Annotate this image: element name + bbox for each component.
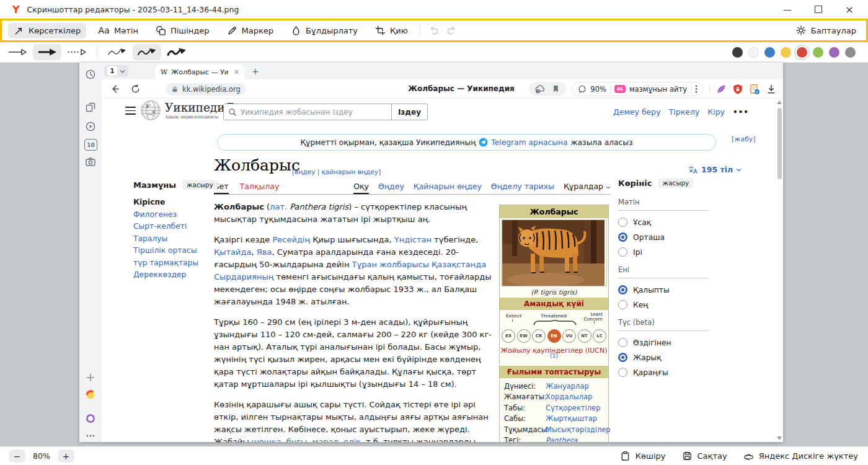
- tab-groups-badge[interactable]: 10: [84, 139, 97, 151]
- screenshot-camera-icon[interactable]: [85, 156, 96, 167]
- color-swatch[interactable]: [748, 47, 759, 58]
- taxonomy-value[interactable]: Мысықтәрізділер: [546, 425, 611, 435]
- arrows-tool[interactable]: Көрсеткілер: [8, 23, 86, 38]
- marker-tool[interactable]: Маркер: [221, 23, 280, 38]
- appearance-option[interactable]: Орташа: [618, 232, 709, 242]
- upload-disk-button[interactable]: Яндекс Дискіге жүктеу: [743, 451, 858, 461]
- toc-item[interactable]: Сырт-келбеті: [133, 223, 211, 230]
- color-swatch[interactable]: [764, 47, 775, 58]
- page-zoom-level[interactable]: 90%: [590, 85, 606, 94]
- sketch-arrow-thick-button[interactable]: [162, 44, 191, 60]
- taxonomy-value[interactable]: Хордалылар: [546, 392, 592, 402]
- scrollbar-thumb[interactable]: [777, 108, 782, 179]
- browser-tab[interactable]: W Жолбарыс — Уикипед ✕: [156, 64, 244, 79]
- save-button[interactable]: Сақтау: [682, 451, 727, 461]
- wiki-link[interactable]: Қазақстанда: [432, 260, 486, 269]
- sketch-arrow-medium-button[interactable]: [133, 44, 161, 60]
- blur-tool[interactable]: Бұлдырлату: [285, 23, 363, 38]
- status-reference[interactable]: [1]: [550, 353, 558, 359]
- url-field[interactable]: kk.wikipedia.org: [166, 83, 246, 95]
- tiger-image[interactable]: [501, 219, 607, 286]
- article-tab[interactable]: Талқылау: [240, 182, 280, 194]
- shapes-tool[interactable]: Пішіндер: [150, 23, 215, 38]
- appearance-option[interactable]: Ұсақ: [618, 217, 709, 228]
- appearance-option[interactable]: Жарық: [618, 352, 709, 363]
- wiki-link[interactable]: шошқа: [252, 437, 281, 442]
- appearance-option[interactable]: Ірі: [618, 247, 709, 257]
- new-tab-button[interactable]: +: [252, 66, 259, 76]
- color-swatch[interactable]: [781, 47, 791, 58]
- appearance-option[interactable]: Қалыпты: [618, 285, 709, 295]
- article-tab[interactable]: Өңделу тарихы: [491, 182, 554, 194]
- language-selector[interactable]: 195 тіл: [688, 165, 742, 174]
- article-edit-links[interactable]: [өңдеу | қайнарын өңдеу]: [292, 168, 381, 175]
- header-more-menu[interactable]: •••: [733, 108, 749, 117]
- tab-close-icon[interactable]: ✕: [234, 68, 239, 76]
- redo-button[interactable]: [443, 23, 459, 38]
- radio-button[interactable]: [618, 285, 627, 294]
- wiki-link[interactable]: Үндістан: [394, 235, 432, 244]
- adblock-shield-icon[interactable]: [732, 84, 743, 95]
- hamburger-menu-icon[interactable]: [125, 107, 136, 115]
- tab-counter[interactable]: 1: [104, 65, 128, 77]
- weather-widget-icon[interactable]: [85, 389, 96, 401]
- kebab-menu-icon[interactable]: [695, 85, 698, 93]
- more-panels-icon[interactable]: [85, 430, 96, 441]
- reload-icon[interactable]: [130, 84, 141, 94]
- wiki-link[interactable]: Ресейдің: [272, 235, 310, 244]
- appearance-option[interactable]: Қараңғы: [618, 367, 709, 378]
- radio-button[interactable]: [618, 353, 627, 362]
- scroll-down-arrow[interactable]: [777, 436, 782, 440]
- radio-button[interactable]: [618, 368, 627, 377]
- zoom-in-button[interactable]: +: [58, 450, 74, 463]
- wiki-link[interactable]: Ява: [257, 247, 272, 257]
- wiki-link[interactable]: марал: [312, 437, 339, 442]
- feather-extension-icon[interactable]: [715, 84, 727, 95]
- history-icon[interactable]: [85, 69, 96, 80]
- play-icon[interactable]: [85, 121, 96, 132]
- taxonomy-value[interactable]: Жануарлар: [546, 382, 589, 391]
- radio-button[interactable]: [618, 218, 627, 227]
- radio-button[interactable]: [618, 338, 627, 347]
- read-aloud-button[interactable]: мазмұнын айту: [629, 85, 687, 94]
- back-icon[interactable]: [110, 84, 120, 94]
- radio-button[interactable]: [618, 247, 627, 257]
- translate-doc-extension-icon[interactable]: [749, 84, 760, 95]
- maximize-button[interactable]: [813, 4, 823, 14]
- bookmark-icon[interactable]: [551, 84, 560, 94]
- search-button[interactable]: Іздеу: [391, 104, 427, 120]
- add-panel-icon[interactable]: [85, 372, 96, 383]
- wiki-link[interactable]: бұғы: [286, 437, 308, 442]
- status-badge-en[interactable]: EN: [547, 329, 561, 343]
- taxonomy-value[interactable]: Panthera: [546, 436, 577, 442]
- toc-item[interactable]: Кіріспе: [133, 198, 211, 206]
- article-tab[interactable]: Құралдар: [564, 182, 611, 194]
- wiki-link[interactable]: лат.: [270, 202, 287, 211]
- undo-button[interactable]: [427, 23, 443, 38]
- color-swatch[interactable]: [829, 47, 839, 58]
- straight-arrow-thin-button[interactable]: [3, 44, 32, 60]
- banner-close-link[interactable]: [жабу]: [732, 135, 756, 143]
- scroll-up-arrow[interactable]: [777, 100, 782, 104]
- crop-tool[interactable]: Қию: [370, 23, 414, 38]
- toc-item[interactable]: түр тармақтары: [133, 259, 211, 267]
- header-link[interactable]: Демеу беру: [613, 107, 661, 117]
- sketch-arrow-thin-button[interactable]: [103, 44, 131, 60]
- banner-telegram-link[interactable]: Telegram арнасына: [491, 138, 567, 147]
- wiki-link[interactable]: елік: [343, 437, 361, 442]
- close-button[interactable]: ×: [844, 4, 854, 14]
- header-link[interactable]: Кіру: [707, 107, 725, 117]
- copy-button[interactable]: Көшіру: [620, 451, 666, 461]
- status-badge-nt[interactable]: NT: [578, 329, 591, 343]
- zoom-comment-icon[interactable]: [578, 85, 587, 94]
- toc-item[interactable]: Филогенез: [133, 211, 211, 218]
- downloads-icon[interactable]: [766, 84, 777, 95]
- wiki-link[interactable]: Қытайда: [214, 247, 251, 257]
- article-tab[interactable]: Оқу: [353, 182, 369, 194]
- article-tab[interactable]: Өңдеу: [378, 182, 404, 194]
- article-tab[interactable]: Қайнарын өңдеу: [414, 182, 482, 194]
- alice-assistant-icon[interactable]: [85, 413, 96, 424]
- text-tool[interactable]: АаМәтін: [92, 24, 144, 38]
- taxonomy-value[interactable]: Жыртқыштар: [546, 414, 597, 423]
- status-badge-vu[interactable]: VU: [562, 329, 576, 343]
